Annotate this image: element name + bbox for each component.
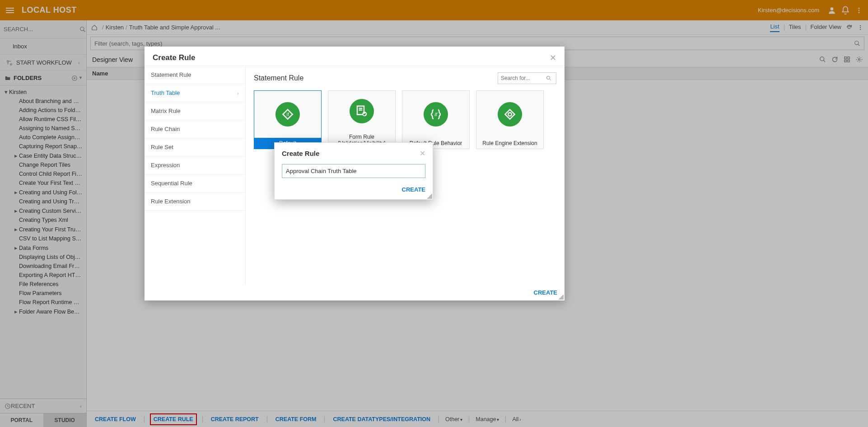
- rule-type-item[interactable]: Rule Chain: [145, 120, 245, 138]
- form-check-icon: [350, 99, 374, 123]
- resize-handle[interactable]: [427, 193, 432, 199]
- resize-handle[interactable]: [558, 294, 564, 300]
- svg-text:if: if: [286, 112, 289, 117]
- rule-type-item[interactable]: Matrix Rule: [145, 102, 245, 120]
- svg-text:if: if: [434, 112, 438, 117]
- rule-type-heading: Statement Rule: [254, 74, 303, 82]
- create-rule-name-dialog: Create Rule ✕ CREATE: [274, 142, 433, 200]
- rule-search: [498, 72, 556, 84]
- rule-template-card[interactable]: ifDefault Rule Behavior: [402, 90, 470, 149]
- if-diamond-icon: if: [275, 102, 300, 127]
- dialog-title: Create Rule: [282, 150, 319, 157]
- create-button[interactable]: CREATE: [534, 289, 557, 296]
- dialog-title: Create Rule: [153, 53, 195, 62]
- create-button[interactable]: CREATE: [402, 186, 425, 193]
- rule-template-card[interactable]: Form Rule [Validation/Visibility]: [328, 90, 396, 149]
- rule-template-cards: ifDefaultForm Rule [Validation/Visibilit…: [254, 90, 556, 149]
- search-icon[interactable]: [546, 75, 551, 81]
- close-icon[interactable]: ✕: [550, 53, 556, 63]
- rule-type-item[interactable]: Sequential Rule: [145, 174, 245, 192]
- rule-template-card[interactable]: Rule Engine Extension: [476, 90, 544, 149]
- svg-line-25: [550, 79, 551, 80]
- rule-type-item[interactable]: Truth Table›: [145, 84, 245, 102]
- close-icon[interactable]: ✕: [420, 149, 425, 158]
- rule-type-item[interactable]: Rule Extension: [145, 192, 245, 211]
- svg-rect-33: [505, 109, 514, 119]
- rule-name-input[interactable]: [282, 164, 425, 178]
- if-braces-icon: if: [424, 102, 448, 127]
- rule-type-item[interactable]: Rule Set: [145, 138, 245, 156]
- rule-type-item[interactable]: Statement Rule: [145, 66, 245, 84]
- svg-point-34: [508, 113, 512, 116]
- svg-point-24: [547, 76, 550, 80]
- card-label: Rule Engine Extension: [476, 138, 543, 149]
- rule-template-card[interactable]: ifDefault: [254, 90, 322, 149]
- rule-type-list: Statement RuleTruth Table›Matrix RuleRul…: [145, 66, 246, 285]
- rule-type-item[interactable]: Expression: [145, 156, 245, 174]
- engine-icon: [498, 102, 522, 127]
- rule-search-input[interactable]: [501, 75, 546, 81]
